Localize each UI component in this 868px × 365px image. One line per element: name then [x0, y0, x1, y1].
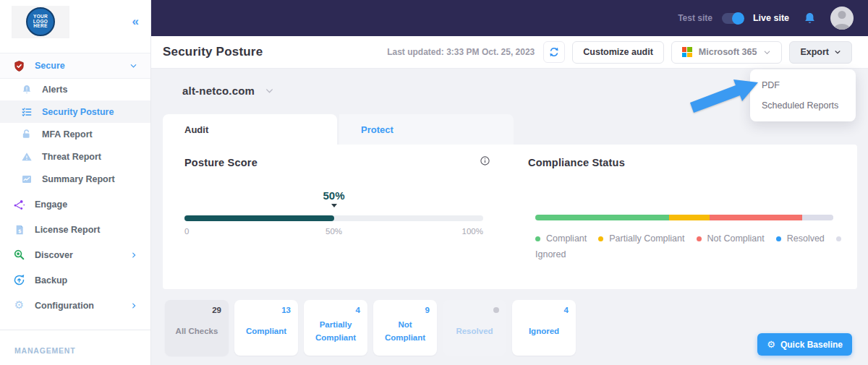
card-count: 4: [356, 306, 360, 314]
legend-dot: [598, 236, 603, 241]
user-avatar[interactable]: [830, 7, 854, 30]
chevron-down-icon: [129, 62, 137, 70]
bell-alert-icon: [20, 83, 33, 95]
card-compliant[interactable]: 13 Compliant: [234, 300, 298, 356]
card-resolved[interactable]: Resolved: [443, 300, 506, 356]
legend-dot: [535, 236, 540, 241]
toggle-knob: [732, 12, 744, 25]
legend-dot: [697, 236, 702, 241]
logo-line: HERE: [33, 24, 47, 29]
sidebar-item-configuration[interactable]: ⚙ Configuration: [0, 293, 150, 318]
card-all-checks[interactable]: 29 All Checks: [165, 300, 229, 356]
legend-label: Resolved: [787, 233, 825, 244]
export-menu-item-scheduled-reports[interactable]: Scheduled Reports: [750, 95, 856, 116]
notification-bell-icon[interactable]: [803, 12, 817, 25]
line-chart-icon: [20, 173, 33, 185]
card-label: Partially Compliant: [304, 319, 367, 344]
info-icon[interactable]: [480, 155, 490, 169]
sidebar-item-label: License Report: [35, 225, 100, 235]
sidebar-item-engage[interactable]: Engage: [0, 192, 150, 217]
sidebar-item-alerts[interactable]: Alerts: [0, 78, 150, 100]
axis-tick: 0: [184, 227, 189, 236]
export-button[interactable]: Export: [789, 41, 852, 64]
site-toggle[interactable]: [722, 13, 744, 24]
tab-audit[interactable]: Audit: [163, 114, 337, 145]
posture-score-bar: 50%: [184, 215, 483, 221]
customize-audit-button[interactable]: Customize audit: [572, 41, 664, 64]
segment-partially-compliant: [669, 215, 710, 220]
chevron-down-icon: [834, 48, 841, 56]
lock-icon: [20, 128, 33, 140]
card-ignored[interactable]: 4 Ignored: [512, 300, 576, 356]
sidebar-item-summary-report[interactable]: Summary Report: [0, 168, 150, 190]
card-not-compliant[interactable]: 9 Not Compliant: [373, 300, 437, 356]
legend-item-partially-compliant: Partially Compliant: [598, 233, 684, 244]
gear-icon: ⚙: [767, 340, 775, 349]
invoice-dollar-icon: $: [13, 223, 25, 236]
topbar: Test site Live site: [150, 0, 868, 36]
posture-score-value: 50%: [323, 189, 344, 202]
share-network-icon: [13, 199, 25, 211]
quick-baseline-button[interactable]: ⚙ Quick Baseline: [757, 333, 852, 356]
card-count: 9: [425, 306, 430, 314]
organization-name: alt-netco.com: [182, 85, 255, 97]
card-count: 4: [564, 306, 569, 314]
card-label: Not Compliant: [373, 319, 437, 344]
card-partially-compliant[interactable]: 4 Partially Compliant: [304, 300, 367, 356]
sidebar-item-secure[interactable]: Secure: [0, 53, 150, 78]
legend-item-not-compliant: Not Compliant: [697, 233, 765, 244]
legend-dot: [776, 236, 781, 241]
sidebar-item-license-report[interactable]: $ License Report: [0, 217, 150, 242]
refresh-button[interactable]: [543, 41, 565, 63]
quick-baseline-label: Quick Baseline: [780, 340, 843, 350]
sidebar-collapse-icon[interactable]: «: [132, 14, 139, 29]
logo-badge: YOUR LOGO HERE: [26, 7, 55, 36]
card-dot: [493, 307, 499, 313]
export-dropdown-menu: PDF Scheduled Reports: [750, 69, 856, 121]
posture-score-marker: 50%: [323, 189, 344, 207]
legend-dot-ignored: [836, 236, 841, 241]
axis-tick: 50%: [326, 227, 342, 236]
segment-ignored: [802, 215, 833, 220]
shield-check-icon: [13, 60, 25, 72]
segment-not-compliant: [710, 215, 802, 220]
chevron-right-icon: [130, 252, 137, 259]
security-posture-app: Test site Live site YOUR LOGO HERE «: [0, 0, 868, 365]
tenant-select[interactable]: Microsoft 365: [671, 41, 783, 64]
sidebar-item-discover[interactable]: Discover: [0, 242, 150, 267]
sidebar-item-threat-report[interactable]: Threat Report: [0, 145, 150, 168]
sidebar-item-mfa-report[interactable]: MFA Report: [0, 123, 150, 145]
tenant-selected-label: Microsoft 365: [699, 47, 757, 57]
customize-audit-label: Customize audit: [583, 47, 653, 57]
checklist-icon: [20, 106, 33, 118]
page-title: Security Posture: [163, 45, 263, 59]
sidebar-item-label: Discover: [35, 250, 73, 260]
tab-protect[interactable]: Protect: [339, 114, 514, 145]
sidebar-item-label: MFA Report: [42, 129, 93, 139]
chevron-down-icon: [265, 86, 274, 95]
company-logo: YOUR LOGO HERE: [12, 6, 69, 38]
sidebar-item-label: Summary Report: [42, 174, 115, 184]
sidebar-item-backup[interactable]: Backup: [0, 267, 150, 293]
sidebar-item-label: Configuration: [35, 301, 94, 311]
sidebar-item-label: Alerts: [42, 85, 67, 95]
backup-arrow-icon: [13, 274, 25, 286]
microsoft-logo-icon: [682, 47, 692, 57]
sidebar-logo-row: YOUR LOGO HERE «: [0, 0, 150, 40]
tab-label: Audit: [184, 124, 208, 135]
posture-axis: 0 50% 100%: [184, 227, 483, 237]
chevron-right-icon: [130, 302, 137, 309]
management-section-label: MANAGEMENT: [0, 330, 150, 355]
card-label: Resolved: [451, 325, 497, 338]
compliance-status-heading: Compliance Status: [528, 157, 625, 168]
export-menu-item-pdf[interactable]: PDF: [750, 75, 856, 95]
organization-selector[interactable]: alt-netco.com: [182, 85, 274, 97]
tabstrip: Audit Protect: [163, 114, 514, 145]
warning-triangle-icon: [20, 150, 33, 163]
marker-triangle-icon: [331, 204, 337, 207]
gear-icon: ⚙: [13, 299, 25, 312]
legend-item-resolved: Resolved: [776, 233, 825, 244]
sidebar-item-security-posture[interactable]: Security Posture: [0, 100, 150, 123]
card-label: Ignored: [524, 325, 563, 338]
legend-item-compliant: Compliant: [535, 233, 587, 244]
